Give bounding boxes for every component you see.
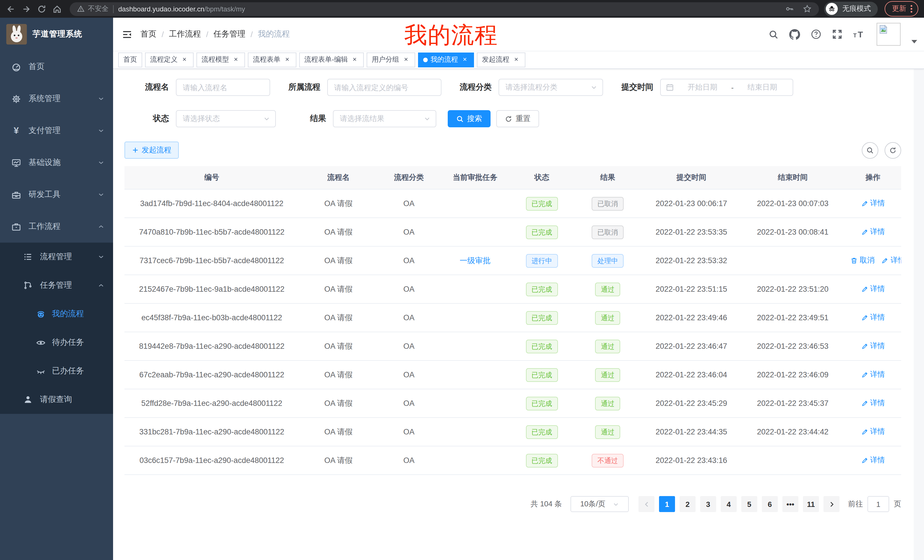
tag-close-icon[interactable]: ×: [512, 55, 520, 64]
font-size-icon[interactable]: TT: [853, 29, 866, 39]
url-bar[interactable]: 不安全 dashboard.yudao.iocoder.cn/bpm/task/…: [70, 2, 819, 16]
bookmark-star-icon[interactable]: [802, 4, 812, 14]
tag-view-item[interactable]: 首页: [118, 52, 142, 67]
show-search-button[interactable]: [862, 142, 878, 159]
result-badge: 通过: [595, 282, 620, 296]
page-button[interactable]: 5: [741, 496, 757, 512]
key-icon[interactable]: [784, 4, 794, 14]
detail-action-link[interactable]: 详情: [861, 427, 885, 437]
tag-view-item[interactable]: 流程模型×: [196, 52, 245, 67]
tag-close-icon[interactable]: ×: [402, 55, 410, 64]
sidebar-item-home[interactable]: 首页: [0, 51, 113, 83]
filter-category-select[interactable]: 请选择流程分类: [498, 79, 603, 96]
tag-label: 流程表单-编辑: [304, 55, 348, 64]
detail-action-link[interactable]: 详情: [861, 227, 885, 237]
reset-button[interactable]: 重置: [496, 110, 539, 127]
filter-status-label: 状态: [134, 114, 169, 124]
back-icon[interactable]: [6, 4, 16, 14]
sidebar-item-payment[interactable]: ¥ 支付管理: [0, 115, 113, 147]
tag-view-item[interactable]: 我的流程×: [418, 52, 474, 67]
tag-close-icon[interactable]: ×: [180, 55, 189, 64]
current-task-link[interactable]: 一级审批: [460, 256, 490, 265]
sidebar-item-devtools[interactable]: 研发工具: [0, 179, 113, 211]
sidebar-item-todo-tasks[interactable]: 待办任务: [0, 328, 113, 357]
table-header: 编号 流程名 流程分类 当前审批任务 状态 结果 提交时间 结束时间 操作: [124, 166, 901, 190]
breadcrumb-item[interactable]: 工作流程: [169, 29, 201, 39]
tag-close-icon[interactable]: ×: [232, 55, 240, 64]
create-process-button[interactable]: 发起流程: [124, 142, 179, 159]
sidebar: 芋道管理系统 首页 系统管理 ¥ 支付管理 基础设施: [0, 18, 113, 560]
sidebar-item-done-tasks[interactable]: 已办任务: [0, 357, 113, 385]
column-header: 操作: [845, 172, 901, 183]
tag-view-item[interactable]: 发起流程×: [477, 52, 525, 67]
page-button[interactable]: 1: [659, 496, 675, 512]
avatar[interactable]: [877, 23, 901, 46]
browser-menu-icon[interactable]: [910, 4, 913, 13]
filter-date-range[interactable]: 开始日期 - 结束日期: [660, 79, 793, 96]
url-text[interactable]: dashboard.yudao.iocoder.cn/bpm/task/my: [118, 5, 245, 13]
page-button[interactable]: 11: [803, 496, 819, 512]
filter-status-select[interactable]: 请选择状态: [176, 110, 276, 127]
search-button[interactable]: 搜索: [448, 110, 490, 127]
breadcrumb-item[interactable]: 首页: [141, 29, 156, 39]
help-icon[interactable]: [811, 29, 821, 39]
filter-result-select[interactable]: 请选择流结果: [333, 110, 436, 127]
tag-view-item[interactable]: 用户分组×: [367, 52, 415, 67]
breadcrumb-item[interactable]: 任务管理: [214, 29, 246, 39]
tag-close-icon[interactable]: ×: [461, 55, 469, 64]
prev-page-button[interactable]: [639, 496, 654, 512]
filter-category-label: 流程分类: [460, 82, 492, 93]
detail-action-link[interactable]: 详情: [861, 313, 885, 323]
avatar-caret-icon[interactable]: [911, 40, 917, 43]
cell-status: 已完成: [510, 397, 573, 410]
fullscreen-icon[interactable]: [832, 29, 842, 39]
sidebar-collapse-icon[interactable]: [113, 29, 141, 39]
sidebar-item-infrastructure[interactable]: 基础设施: [0, 147, 113, 179]
filter-process-input[interactable]: [327, 79, 441, 96]
tag-view-item[interactable]: 流程定义×: [145, 52, 194, 67]
more-pages-button[interactable]: •••: [782, 496, 798, 512]
dashboard-icon: [11, 62, 21, 72]
goto-page-input[interactable]: [867, 496, 889, 512]
refresh-table-button[interactable]: [885, 142, 901, 159]
tag-view-item[interactable]: 流程表单×: [248, 52, 296, 67]
sidebar-item-task-management[interactable]: 任务管理: [0, 271, 113, 300]
cell-category: OA: [378, 313, 440, 322]
search-icon[interactable]: [769, 29, 778, 39]
sidebar-item-process-management[interactable]: 流程管理: [0, 243, 113, 271]
detail-action-link[interactable]: 详情: [882, 256, 901, 266]
sidebar-item-system[interactable]: 系统管理: [0, 83, 113, 115]
sidebar-item-workflow[interactable]: 工作流程: [0, 211, 113, 243]
detail-action-link[interactable]: 详情: [861, 198, 885, 209]
filter-name-input[interactable]: [176, 79, 270, 96]
incognito-badge[interactable]: 无痕模式: [824, 1, 878, 16]
next-page-button[interactable]: [824, 496, 840, 512]
detail-action-link[interactable]: 详情: [861, 370, 885, 380]
detail-action-link[interactable]: 详情: [861, 398, 885, 409]
github-icon[interactable]: [789, 29, 800, 40]
cell-actions: 详情: [845, 341, 901, 352]
sidebar-item-my-process[interactable]: 我的流程: [0, 300, 113, 328]
page-button[interactable]: 4: [721, 496, 736, 512]
page-size-select[interactable]: 10条/页: [570, 496, 629, 512]
detail-action-link[interactable]: 详情: [861, 341, 885, 351]
detail-action-link[interactable]: 详情: [861, 284, 885, 294]
status-badge: 进行中: [526, 254, 558, 267]
reload-icon[interactable]: [36, 4, 47, 14]
forward-icon[interactable]: [21, 4, 32, 14]
logo[interactable]: 芋道管理系统: [0, 18, 113, 51]
detail-action-link[interactable]: 详情: [861, 455, 885, 466]
cell-process-name: OA 请假: [299, 198, 378, 209]
tag-view-item[interactable]: 流程表单-编辑×: [299, 52, 364, 67]
sidebar-item-leave-query[interactable]: 请假查询: [0, 385, 113, 414]
page-button[interactable]: 2: [680, 496, 696, 512]
page-button[interactable]: 6: [762, 496, 778, 512]
update-button[interactable]: 更新: [885, 1, 918, 16]
tag-close-icon[interactable]: ×: [351, 55, 358, 64]
result-badge: 不通过: [592, 454, 624, 467]
page-button[interactable]: 3: [700, 496, 716, 512]
home-icon[interactable]: [52, 4, 62, 14]
cancel-action-link[interactable]: 取消: [850, 256, 874, 266]
tag-close-icon[interactable]: ×: [283, 55, 291, 64]
security-indicator[interactable]: 不安全: [76, 4, 108, 14]
